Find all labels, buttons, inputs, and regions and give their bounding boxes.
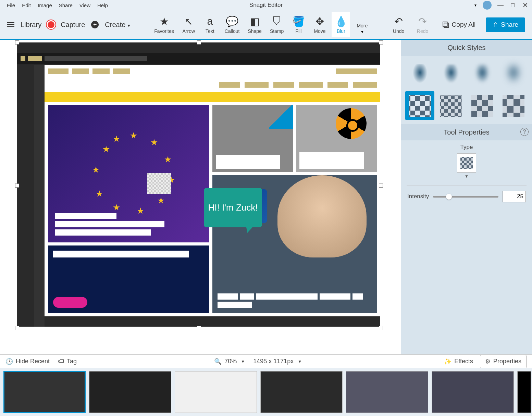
- callout-annotation[interactable]: HI! I'm Zuck!: [204, 188, 262, 227]
- style-pixelate-4[interactable]: [499, 91, 528, 120]
- resize-handle[interactable]: [197, 326, 201, 330]
- tool-fill[interactable]: 🪣Fill: [289, 12, 308, 37]
- style-pixelate-2[interactable]: [436, 91, 466, 120]
- window-title: Snagit Editor: [249, 2, 283, 9]
- type-selector[interactable]: [457, 153, 476, 173]
- tool-arrow[interactable]: ↖Arrow: [180, 12, 198, 37]
- tool-blur[interactable]: 💧Blur: [332, 12, 350, 37]
- minimize-button[interactable]: —: [497, 2, 504, 9]
- hamburger-icon[interactable]: [7, 22, 14, 27]
- resize-handle[interactable]: [379, 326, 383, 330]
- tool-text[interactable]: aText: [201, 12, 219, 37]
- menu-share[interactable]: Share: [55, 1, 76, 10]
- tray-thumbnail[interactable]: [89, 371, 171, 413]
- help-icon[interactable]: ?: [520, 128, 529, 136]
- chevron-down-icon[interactable]: ▼: [401, 174, 532, 179]
- resize-handle[interactable]: [15, 40, 19, 45]
- resize-handle[interactable]: [197, 40, 201, 45]
- tool-shape[interactable]: ◧Shape: [245, 12, 264, 37]
- tray-thumbnail[interactable]: [3, 371, 86, 413]
- menubar: File Edit Image Share View Help Snagit E…: [0, 0, 532, 10]
- style-blur-4[interactable]: [499, 60, 528, 89]
- canvas-area[interactable]: HI! I'm Zuck!: [0, 40, 401, 354]
- maximize-button[interactable]: □: [509, 2, 516, 9]
- style-pixelate-1[interactable]: [405, 91, 434, 120]
- tag-button[interactable]: 🏷Tag: [58, 358, 77, 365]
- tool-move[interactable]: ✥Move: [310, 12, 329, 37]
- share-button[interactable]: ⇧Share: [486, 17, 525, 32]
- tray-thumbnail[interactable]: [175, 371, 257, 413]
- quick-styles-header: Quick Styles: [401, 40, 532, 56]
- capture-icon[interactable]: [48, 21, 54, 28]
- intensity-label: Intensity: [407, 193, 429, 200]
- recent-tray: [0, 368, 532, 416]
- resize-handle[interactable]: [15, 184, 19, 188]
- properties-sidebar: Quick Styles Tool Properties ? Type ▼ In…: [401, 40, 532, 354]
- menu-view[interactable]: View: [76, 1, 94, 10]
- resize-handle[interactable]: [15, 326, 19, 330]
- intensity-slider[interactable]: [433, 196, 498, 198]
- undo-button[interactable]: ↶Undo: [389, 12, 408, 37]
- style-blur-3[interactable]: [468, 60, 497, 89]
- resize-handle[interactable]: [379, 184, 383, 188]
- properties-button[interactable]: ⚙Properties: [480, 355, 527, 368]
- hide-recent-button[interactable]: 🕓Hide Recent: [5, 358, 50, 365]
- copy-all-button[interactable]: ⧉Copy All: [437, 16, 481, 33]
- tray-thumbnail[interactable]: [260, 371, 343, 413]
- user-avatar[interactable]: [483, 1, 492, 10]
- menu-edit[interactable]: Edit: [18, 1, 34, 10]
- window-controls: ▼ — □ ✕: [474, 1, 529, 10]
- resize-handle[interactable]: [379, 40, 383, 45]
- capture-button[interactable]: Capture: [61, 21, 85, 29]
- menu-file[interactable]: File: [3, 1, 18, 10]
- effects-button[interactable]: ✨Effects: [439, 355, 478, 368]
- toolbar: Library Capture + Create▼ ★Favorites↖Arr…: [0, 10, 532, 40]
- status-bar: 🕓Hide Recent 🏷Tag 🔍70%▼ 1495 x 1171px▼ ✨…: [0, 354, 532, 368]
- dimensions-display[interactable]: 1495 x 1171px▼: [253, 358, 302, 365]
- tray-thumbnail[interactable]: [346, 371, 428, 413]
- tool-callout[interactable]: 💬Callout: [222, 12, 243, 37]
- redo-button[interactable]: ↷Redo: [413, 12, 432, 37]
- zoom-control[interactable]: 🔍70%▼: [214, 358, 245, 365]
- type-label: Type: [401, 144, 532, 151]
- style-pixelate-3[interactable]: [468, 91, 497, 120]
- tool-favorites[interactable]: ★Favorites: [151, 12, 177, 37]
- plus-icon[interactable]: +: [91, 21, 99, 28]
- tray-thumbnail[interactable]: [517, 371, 531, 413]
- tool-stamp[interactable]: ⛉Stamp: [267, 12, 286, 37]
- more-tools[interactable]: More▼: [353, 20, 371, 37]
- close-button[interactable]: ✕: [522, 2, 529, 9]
- style-blur-1[interactable]: [405, 60, 434, 89]
- create-button[interactable]: Create▼: [105, 21, 131, 29]
- menu-help[interactable]: Help: [94, 1, 111, 10]
- style-blur-2[interactable]: [436, 60, 466, 89]
- intensity-input[interactable]: [503, 191, 526, 202]
- pink-button: [53, 297, 87, 308]
- tray-thumbnail[interactable]: [432, 371, 514, 413]
- tool-properties-header: Tool Properties ?: [401, 124, 532, 140]
- library-button[interactable]: Library: [21, 21, 41, 29]
- menu-image[interactable]: Image: [34, 1, 55, 10]
- canvas-image[interactable]: HI! I'm Zuck!: [17, 42, 380, 327]
